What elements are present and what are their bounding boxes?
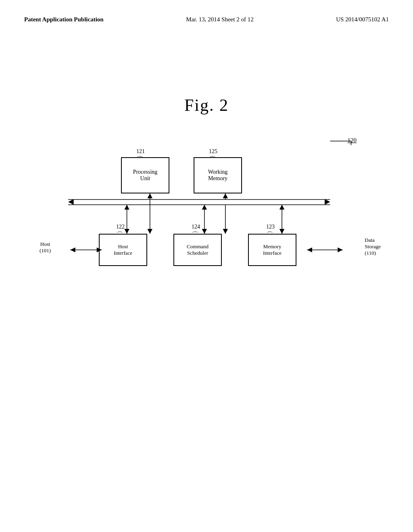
- processing-unit-box: ProcessingUnit: [121, 157, 169, 193]
- working-memory-label: WorkingMemory: [208, 169, 228, 182]
- data-storage-text: DataStorage(110): [365, 237, 381, 256]
- svg-marker-3: [325, 199, 330, 205]
- svg-marker-8: [147, 193, 152, 198]
- working-memory-box: WorkingMemory: [194, 157, 242, 193]
- host-label: Host(101): [40, 241, 51, 254]
- ref-120-label: 120: [348, 137, 357, 144]
- memory-interface-label: MemoryInterface: [263, 243, 282, 256]
- host-interface-label: HostInterface: [114, 243, 132, 256]
- svg-marker-26: [307, 247, 312, 252]
- svg-marker-15: [202, 205, 207, 210]
- svg-marker-27: [338, 247, 342, 252]
- command-scheduler-label: CommandScheduler: [187, 243, 209, 256]
- svg-marker-21: [124, 205, 129, 210]
- command-scheduler-box: CommandScheduler: [173, 234, 222, 266]
- diagram-area: 120 121 ⌒ 125 ⌒ ProcessingUnit WorkingMe…: [24, 137, 389, 399]
- host-text: Host(101): [40, 241, 51, 254]
- data-storage-label: DataStorage(110): [365, 237, 381, 256]
- host-interface-box: HostInterface: [99, 234, 147, 266]
- svg-marker-11: [223, 229, 228, 234]
- svg-marker-7: [147, 229, 152, 234]
- figure-title: Fig. 2: [0, 96, 413, 115]
- svg-marker-17: [280, 229, 284, 234]
- svg-marker-20: [124, 229, 129, 234]
- memory-interface-box: MemoryInterface: [248, 234, 296, 266]
- svg-marker-14: [202, 229, 207, 234]
- svg-marker-23: [70, 247, 75, 252]
- header-publication-label: Patent Application Publication: [24, 16, 104, 23]
- processing-unit-label: ProcessingUnit: [133, 169, 158, 182]
- svg-marker-2: [68, 199, 74, 205]
- svg-marker-12: [223, 193, 228, 198]
- header-date-sheet: Mar. 13, 2014 Sheet 2 of 12: [186, 16, 253, 23]
- header-patent-number: US 2014/0075102 A1: [336, 16, 389, 23]
- page-header: Patent Application Publication Mar. 13, …: [0, 0, 413, 23]
- svg-marker-18: [280, 205, 284, 210]
